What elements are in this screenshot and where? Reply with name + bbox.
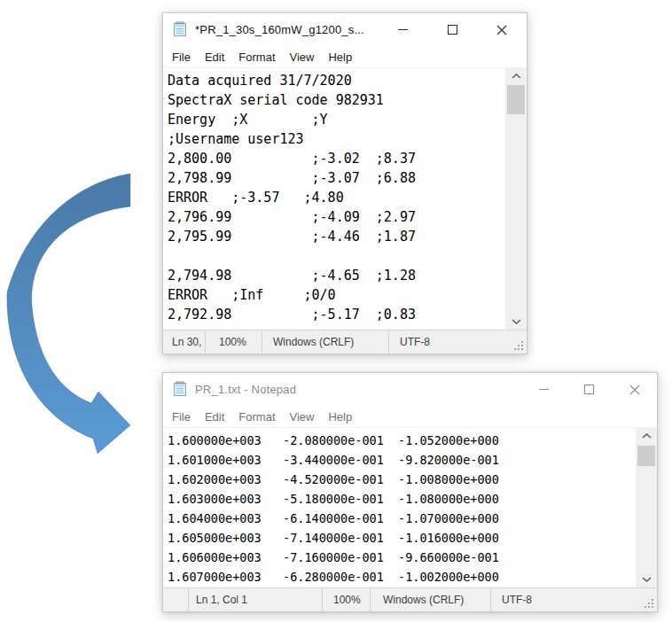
menu-item-view[interactable]: View	[283, 410, 322, 424]
menu-item-edit[interactable]: Edit	[198, 51, 231, 64]
scroll-up-button[interactable]	[636, 428, 657, 444]
vertical-scrollbar[interactable]	[505, 68, 527, 330]
menu-item-help[interactable]: Help	[321, 410, 359, 424]
text-line: Energy ;X ;Y	[168, 110, 505, 129]
scroll-down-button[interactable]	[505, 314, 527, 330]
scrollbar-thumb[interactable]	[507, 85, 525, 114]
status-bar: Ln 30, Col 1 100% Windows (CRLF) UTF-8	[163, 330, 527, 354]
maximize-icon	[584, 385, 594, 394]
titlebar[interactable]: PR_1.txt - Notepad	[163, 373, 657, 406]
text-line: ERROR ;-3.57 ;4.80	[168, 188, 505, 207]
text-line: 1.600000e+003 -2.080000e-001 -1.052000e+…	[168, 431, 636, 450]
close-button[interactable]	[477, 13, 527, 46]
status-encoding: UTF-8	[400, 336, 430, 348]
text-line: 1.601000e+003 -3.440000e-001 -9.820000e-…	[168, 450, 636, 470]
window-controls	[378, 13, 527, 46]
window-title: PR_1.txt - Notepad	[195, 383, 296, 396]
scroll-down-button[interactable]	[636, 571, 657, 587]
status-zoom-level: 100%	[206, 330, 262, 354]
text-area[interactable]: Data acquired 31/7/2020SpectraX serial c…	[163, 68, 505, 330]
maximize-button[interactable]	[427, 13, 477, 46]
status-line-endings: Windows (CRLF)	[262, 330, 389, 354]
text-line: ;Username user123	[168, 129, 505, 149]
text-line: ERROR ;Inf ;0/0	[168, 285, 505, 305]
text-line: 2,796.99 ;-4.09 ;2.97	[168, 207, 505, 227]
text-line: 1.607000e+003 -6.280000e-001 -1.002000e+…	[168, 567, 636, 587]
resize-grip[interactable]	[514, 341, 524, 351]
window-controls	[521, 373, 657, 406]
notepad-icon	[172, 380, 188, 397]
minimize-button[interactable]	[521, 373, 567, 406]
text-line: SpectraX serial code 982931	[168, 90, 505, 110]
menu-item-format[interactable]: Format	[231, 410, 282, 424]
scrollbar-thumb[interactable]	[637, 446, 655, 466]
scroll-up-button[interactable]	[505, 68, 527, 84]
menu-item-format[interactable]: Format	[231, 51, 282, 64]
edit-region: 1.600000e+003 -2.080000e-001 -1.052000e+…	[163, 428, 657, 587]
chevron-down-icon	[512, 319, 521, 324]
text-line: 1.606000e+003 -7.160000e-001 -9.660000e-…	[168, 548, 636, 567]
status-empty-cell	[163, 588, 189, 611]
notepad-window-raw-data: *PR_1_30s_160mW_g1200_s... FileEditForma…	[162, 12, 527, 354]
close-icon	[629, 385, 640, 395]
menu-item-file[interactable]: File	[165, 51, 198, 64]
chevron-up-icon	[642, 433, 652, 439]
menu-item-view[interactable]: View	[283, 51, 322, 64]
edit-region: Data acquired 31/7/2020SpectraX serial c…	[163, 68, 527, 330]
close-button[interactable]	[612, 373, 657, 406]
close-icon	[496, 25, 507, 35]
menu-item-edit[interactable]: Edit	[198, 410, 231, 424]
notepad-window-converted: PR_1.txt - Notepad FileEditFormatViewHel…	[162, 372, 658, 612]
resize-grip[interactable]	[645, 599, 654, 609]
window-title: *PR_1_30s_160mW_g1200_s...	[195, 23, 364, 36]
text-line: 2,794.98 ;-4.65 ;1.28	[168, 266, 505, 285]
desktop: { "arrow": { "description": "curved arro…	[0, 0, 672, 622]
text-line: 2,792.98 ;-5.17 ;0.83	[168, 305, 505, 324]
menu-bar: FileEditFormatViewHelp	[163, 46, 527, 68]
status-zoom-level: 100%	[323, 588, 371, 611]
text-line: 1.602000e+003 -4.520000e-001 -1.008000e+…	[168, 470, 636, 489]
minimize-icon	[398, 29, 408, 30]
text-line: 2,798.99 ;-3.07 ;6.88	[168, 168, 505, 188]
text-line: 1.604000e+003 -6.140000e-001 -1.070000e+…	[168, 509, 636, 528]
vertical-scrollbar[interactable]	[636, 428, 657, 587]
minimize-icon	[539, 389, 549, 390]
text-line: 2,800.00 ;-3.02 ;8.37	[168, 149, 505, 168]
menu-item-help[interactable]: Help	[321, 51, 359, 64]
menu-bar: FileEditFormatViewHelp	[163, 406, 657, 428]
status-bar: Ln 1, Col 1 100% Windows (CRLF) UTF-8	[163, 587, 657, 611]
maximize-button[interactable]	[567, 373, 612, 406]
text-line: 1.603000e+003 -5.180000e-001 -1.080000e+…	[168, 489, 636, 509]
text-line: 1.605000e+003 -7.140000e-001 -1.016000e+…	[168, 528, 636, 548]
chevron-up-icon	[512, 74, 521, 79]
text-line	[168, 246, 505, 266]
status-encoding-cell: UTF-8	[491, 588, 657, 611]
maximize-icon	[448, 25, 457, 35]
menu-item-file[interactable]: File	[165, 410, 198, 424]
text-line: Data acquired 31/7/2020	[168, 71, 505, 90]
curved-arrow	[0, 168, 142, 465]
notepad-icon	[172, 20, 188, 37]
titlebar[interactable]: *PR_1_30s_160mW_g1200_s...	[163, 13, 527, 46]
status-line-endings: Windows (CRLF)	[371, 588, 491, 611]
minimize-button[interactable]	[378, 13, 427, 46]
text-area[interactable]: 1.600000e+003 -2.080000e-001 -1.052000e+…	[163, 428, 636, 587]
status-encoding: UTF-8	[502, 594, 532, 606]
text-line: 2,795.99 ;-4.46 ;1.87	[168, 227, 505, 246]
status-encoding-cell: UTF-8	[389, 330, 527, 354]
status-line-col: Ln 30, Col 1	[163, 330, 206, 354]
status-line-col: Ln 1, Col 1	[189, 588, 323, 611]
chevron-down-icon	[642, 577, 652, 582]
